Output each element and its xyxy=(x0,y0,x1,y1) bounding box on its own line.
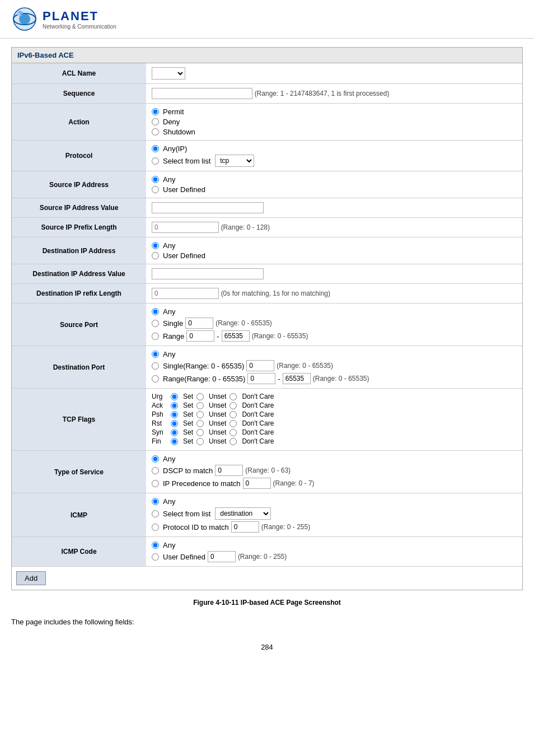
dest-port-range-to[interactable] xyxy=(283,373,311,384)
tos-ip-prec-range: (Range: 0 - 7) xyxy=(273,479,315,487)
label-source-ip: Source IP Address xyxy=(12,171,146,198)
sequence-input[interactable] xyxy=(152,88,252,99)
dest-ip-value-input[interactable] xyxy=(152,268,264,279)
tos-any-radio[interactable] xyxy=(152,455,159,463)
tos-dscp-label[interactable]: DSCP to match (Range: 0 - 63) xyxy=(152,465,517,476)
source-port-any-radio[interactable] xyxy=(152,308,159,315)
icmp-code-any-label[interactable]: Any xyxy=(152,541,517,549)
source-ip-user-label[interactable]: User Defined xyxy=(152,185,517,194)
acl-name-select[interactable] xyxy=(152,67,185,80)
tcp-flag-syn-dontcare[interactable] xyxy=(229,429,237,436)
dest-port-range-label[interactable]: Range(Range: 0 - 65535) - (Range: 0 - 65… xyxy=(152,373,517,384)
tcp-flag-psh-dontcare-text: Don't Care xyxy=(242,410,274,418)
protocol-select-label[interactable]: Select from list tcp udp icmp xyxy=(152,155,517,167)
icmp-list-label[interactable]: Select from list destination echo echo-r… xyxy=(152,507,517,520)
tos-dscp-input[interactable] xyxy=(215,465,243,476)
tos-ip-prec-text: IP Precedence to match xyxy=(163,479,241,488)
tcp-flag-rst-dontcare[interactable] xyxy=(229,420,237,427)
value-icmp: Any Select from list destination echo ec… xyxy=(146,493,522,537)
icmp-list-radio[interactable] xyxy=(152,510,159,517)
source-port-single-input[interactable] xyxy=(185,318,213,329)
action-deny-radio[interactable] xyxy=(152,118,159,125)
tcp-flag-urg-dontcare[interactable] xyxy=(229,393,237,400)
tcp-flag-psh-dontcare[interactable] xyxy=(229,411,237,418)
page-number: 284 xyxy=(11,643,523,651)
tcp-flag-fin-set[interactable] xyxy=(171,438,178,445)
tos-ip-prec-label[interactable]: IP Precedence to match (Range: 0 - 7) xyxy=(152,478,517,489)
dest-port-range-radio[interactable] xyxy=(152,375,159,382)
tcp-flag-ack-unset[interactable] xyxy=(196,402,204,409)
add-button[interactable]: Add xyxy=(16,571,46,585)
source-port-range-radio[interactable] xyxy=(152,333,159,340)
source-port-single-radio[interactable] xyxy=(152,320,159,327)
source-port-single-label[interactable]: Single (Range: 0 - 65535) xyxy=(152,318,517,329)
tos-any-label[interactable]: Any xyxy=(152,455,517,463)
action-permit-label[interactable]: Permit xyxy=(152,108,517,116)
tos-ip-prec-radio[interactable] xyxy=(152,480,159,487)
dest-port-any-label[interactable]: Any xyxy=(152,350,517,358)
source-ip-user-radio[interactable] xyxy=(152,186,159,193)
action-shutdown-radio[interactable] xyxy=(152,128,159,136)
action-deny-label[interactable]: Deny xyxy=(152,118,517,126)
dest-ip-any-label[interactable]: Any xyxy=(152,241,517,250)
source-port-any-label[interactable]: Any xyxy=(152,307,517,316)
icmp-proto-input[interactable] xyxy=(231,521,259,533)
icmp-code-user-text: User Defined xyxy=(163,553,205,561)
tcp-flag-psh-set[interactable] xyxy=(171,411,178,418)
protocol-any-radio[interactable] xyxy=(152,145,159,152)
dest-port-single-label[interactable]: Single(Range: 0 - 65535) (Range: 0 - 655… xyxy=(152,360,517,371)
tcp-flag-psh-unset[interactable] xyxy=(196,411,204,418)
action-permit-radio[interactable] xyxy=(152,108,159,115)
source-port-range-from[interactable] xyxy=(186,330,214,342)
tcp-flag-syn-unset[interactable] xyxy=(196,429,204,436)
tcp-flag-fin-dontcare[interactable] xyxy=(229,438,237,445)
source-port-any-text: Any xyxy=(163,307,175,316)
icmp-code-user-radio[interactable] xyxy=(152,553,159,561)
svg-point-5 xyxy=(17,13,21,16)
source-ip-any-label[interactable]: Any xyxy=(152,175,517,184)
action-shutdown-label[interactable]: Shutdown xyxy=(152,128,517,136)
dest-prefix-input[interactable] xyxy=(152,288,219,299)
dest-ip-any-radio[interactable] xyxy=(152,242,159,249)
tcp-flag-ack-dontcare[interactable] xyxy=(229,402,237,409)
dest-ip-user-label[interactable]: User Defined xyxy=(152,251,517,260)
dest-ip-user-radio[interactable] xyxy=(152,252,159,259)
protocol-list-select[interactable]: tcp udp icmp xyxy=(215,155,254,167)
tcp-flags-container: Urg Set Unset Don't Care Ack Set Unset D… xyxy=(152,393,517,445)
tcp-flag-urg-unset[interactable] xyxy=(196,393,204,400)
icmp-any-label[interactable]: Any xyxy=(152,497,517,506)
source-port-range-label[interactable]: Range - (Range: 0 - 65535) xyxy=(152,330,517,342)
dest-port-range-from[interactable] xyxy=(247,373,275,384)
icmp-proto-label[interactable]: Protocol ID to match (Range: 0 - 255) xyxy=(152,521,517,533)
icmp-proto-radio[interactable] xyxy=(152,524,159,531)
protocol-any-label[interactable]: Any(IP) xyxy=(152,144,517,153)
protocol-select-radio[interactable] xyxy=(152,157,159,165)
icmp-code-user-label[interactable]: User Defined (Range: 0 - 255) xyxy=(152,551,517,562)
value-source-port: Any Single (Range: 0 - 65535) Range - xyxy=(146,304,522,346)
tcp-flag-fin-unset[interactable] xyxy=(196,438,204,445)
protocol-any-text: Any(IP) xyxy=(163,144,187,153)
dest-port-single-radio[interactable] xyxy=(152,362,159,370)
tcp-flag-ack-set[interactable] xyxy=(171,402,178,409)
tcp-flag-rst-unset[interactable] xyxy=(196,420,204,427)
source-ip-any-radio[interactable] xyxy=(152,176,159,183)
icmp-code-user-input[interactable] xyxy=(208,551,236,562)
row-tos: Type of Service Any DSCP to match (Range… xyxy=(12,451,522,493)
tcp-flag-syn-set[interactable] xyxy=(171,429,178,436)
source-prefix-input[interactable] xyxy=(152,222,219,233)
tos-dscp-range: (Range: 0 - 63) xyxy=(245,466,291,474)
dest-port-any-radio[interactable] xyxy=(152,351,159,358)
dest-port-single-input[interactable] xyxy=(246,360,274,371)
value-acl-name xyxy=(146,63,522,84)
row-sequence: Sequence (Range: 1 - 2147483647, 1 is fi… xyxy=(12,84,522,104)
icmp-code-any-radio[interactable] xyxy=(152,542,159,549)
source-port-range-to[interactable] xyxy=(222,330,250,342)
icmp-any-radio[interactable] xyxy=(152,498,159,505)
tcp-flag-urg-set[interactable] xyxy=(171,393,178,400)
tos-ip-prec-input[interactable] xyxy=(243,478,271,489)
tcp-flag-rst-set[interactable] xyxy=(171,420,178,427)
icmp-list-select[interactable]: destination echo echo-reply xyxy=(215,507,271,520)
source-ip-value-input[interactable] xyxy=(152,202,264,213)
label-dest-port: Destination Port xyxy=(12,346,146,389)
tos-dscp-radio[interactable] xyxy=(152,467,159,474)
